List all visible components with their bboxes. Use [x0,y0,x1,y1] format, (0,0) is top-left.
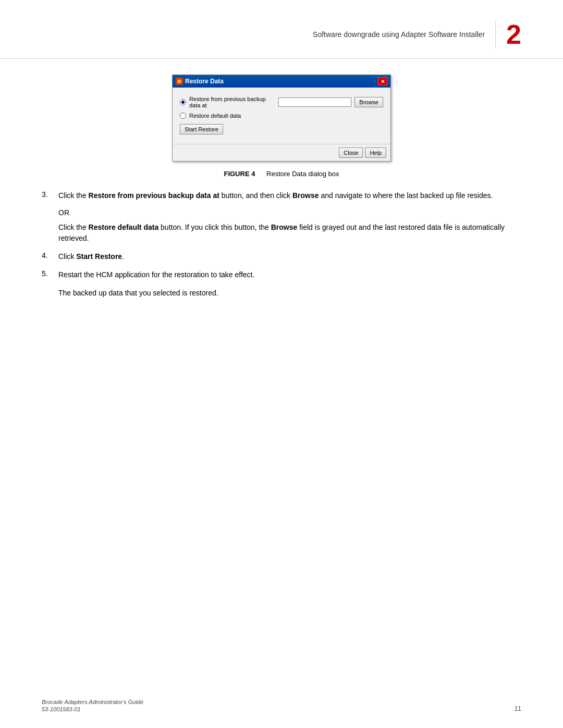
dialog-title: Restore Data [185,78,224,85]
close-button[interactable]: Close [339,147,363,158]
chapter-number: 2 [495,21,521,48]
footer-product: Brocade Adapters Administrator's Guide [42,699,143,705]
bold-browse-2: Browse [271,223,298,231]
restore-from-backup-row: Restore from previous backup data at Bro… [180,96,383,108]
header-title: Software downgrade using Adapter Softwar… [42,30,495,39]
step-5-number: 5. [42,269,50,280]
backup-path-input[interactable] [278,97,351,107]
step-4-text: Click Start Restore. [58,251,521,262]
step-5: 5. Restart the HCM application for the r… [42,269,521,280]
step-3-number: 3. [42,190,50,201]
step-4: 4. Click Start Restore. [42,251,521,262]
figure-caption-text: Restore Data dialog box [266,170,339,178]
restore-default-label: Restore default data [189,113,241,119]
page-footer: Brocade Adapters Administrator's Guide 5… [42,699,521,712]
dialog-container: R Restore Data ✕ Restore from previous b… [42,75,521,162]
footer-left: Brocade Adapters Administrator's Guide 5… [42,699,143,712]
dialog-close-button[interactable]: ✕ [378,77,387,85]
main-content: R Restore Data ✕ Restore from previous b… [0,75,563,299]
start-restore-row: Start Restore [180,124,383,134]
step-4-number: 4. [42,251,50,262]
or-separator: OR [58,208,521,217]
dialog-body: Restore from previous backup data at Bro… [173,88,390,144]
step-5-text: Restart the HCM application for the rest… [58,269,521,280]
bold-browse-1: Browse [292,191,319,200]
footer-page-number: 11 [515,705,521,712]
restore-from-backup-label: Restore from previous backup data at [189,96,275,108]
svg-text:R: R [178,80,180,83]
dialog-box: R Restore Data ✕ Restore from previous b… [172,75,391,162]
page-header: Software downgrade using Adapter Softwar… [0,0,563,59]
bold-start-restore: Start Restore [76,252,122,261]
step-5-followup: The backed up data that you selected is … [58,288,521,299]
restore-default-radio[interactable] [180,113,186,119]
dialog-titlebar-left: R Restore Data [176,78,224,85]
bold-restore-from-previous: Restore from previous backup data at [89,191,219,200]
figure-label: FIGURE 4 [224,170,255,178]
restore-data-icon: R [176,78,183,85]
restore-from-backup-radio[interactable] [180,99,186,105]
browse-button[interactable]: Browse [354,97,383,107]
footer-doc-number: 53-1001583-01 [42,706,143,712]
figure-caption: FIGURE 4 Restore Data dialog box [42,170,521,178]
bold-restore-default: Restore default data [89,223,159,231]
step-3-followup: Click the Restore default data button. I… [58,222,521,244]
dialog-footer: Close Help [173,144,390,161]
dialog-titlebar: R Restore Data ✕ [173,75,390,88]
restore-default-row: Restore default data [180,113,383,119]
start-restore-button[interactable]: Start Restore [180,124,223,134]
step-3: 3. Click the Restore from previous backu… [42,190,521,201]
step-3-text: Click the Restore from previous backup d… [58,190,521,201]
help-button[interactable]: Help [365,147,386,158]
